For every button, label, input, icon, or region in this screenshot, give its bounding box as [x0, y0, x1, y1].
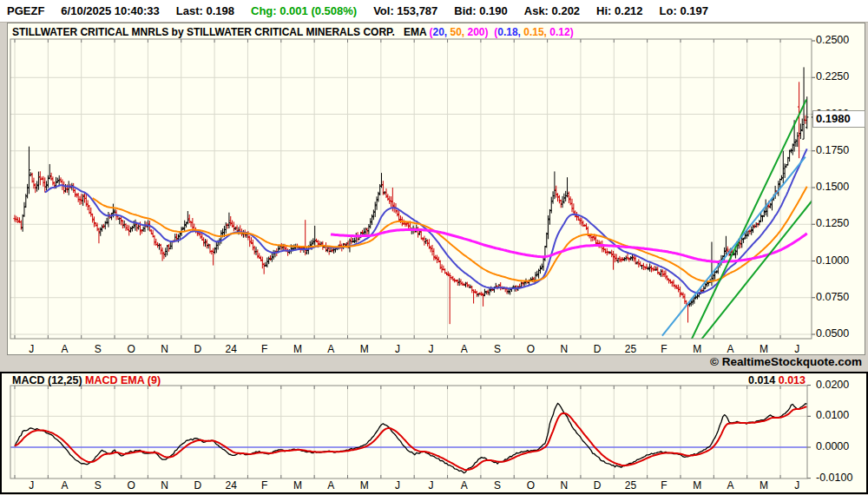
ema-legend: EMA (20, 50, 200) (0.18, 0.15, 0.12) [395, 26, 574, 38]
month-label-main: N [560, 343, 568, 355]
macd-axis-label: 0.0100 [816, 409, 849, 421]
macd-value: 0.014 [748, 374, 775, 386]
price-axis-label: 0.2500 [816, 34, 849, 46]
macd-ema-value: 0.013 [779, 374, 806, 386]
month-label-main: 24 [226, 343, 237, 355]
month-label-main: M [693, 343, 701, 355]
month-label-macd: 24 [226, 479, 237, 492]
legend-segment: 50 [450, 26, 461, 38]
watermark: © RealtimeStockquote.com [710, 355, 862, 368]
legend-segment: 200 [468, 26, 485, 38]
month-label-macd: J [29, 479, 34, 492]
month-label-macd: F [261, 479, 267, 492]
month-label-main: J [29, 343, 34, 355]
legend-segment: 0.18 [497, 26, 517, 38]
price-axis-label: 0.0750 [816, 291, 849, 303]
month-label-macd: N [161, 479, 168, 492]
chart-title-row: STILLWATER CRITICAL MNRLS by STILLWATER … [12, 26, 574, 38]
month-label-macd: A [62, 479, 69, 492]
macd-axis-label: 0.0000 [816, 440, 849, 452]
month-label-macd: 25 [625, 479, 636, 492]
month-label-macd: D [194, 479, 202, 492]
month-label-main: M [360, 343, 369, 355]
month-label-macd: M [293, 479, 302, 492]
month-label-main: M [760, 343, 768, 355]
month-label-macd: A [727, 479, 734, 492]
month-label-main: D [194, 343, 202, 355]
month-label-main: A [327, 343, 334, 355]
month-label-macd: S [494, 479, 501, 492]
legend-segment: 20 [432, 26, 444, 38]
month-label-main: J [395, 343, 400, 355]
month-label-main: J [794, 343, 799, 355]
month-label-macd: O [128, 479, 135, 492]
macd-label: MACD (12,25) [12, 374, 82, 386]
month-label-macd: M [360, 479, 369, 492]
price-axis-label: 0.1750 [816, 144, 849, 156]
legend-segment: ) [570, 26, 574, 38]
month-label-main: M [293, 343, 302, 355]
macd-values: 0.014 0.013 [748, 374, 806, 386]
month-label-main: F [661, 343, 667, 355]
legend-segment: 0.15 [523, 26, 543, 38]
last-price-box: 0.1980 [812, 110, 865, 128]
month-label-macd: A [327, 479, 334, 492]
month-label-main: A [727, 343, 734, 355]
month-label-main: 25 [625, 343, 636, 355]
macd-header: MACD (12,25) MACD EMA (9) [12, 374, 161, 386]
price-axis-label: 0.2250 [816, 70, 849, 82]
price-axis-label: 0.1250 [816, 217, 849, 229]
month-label-main: J [428, 343, 433, 355]
chart-canvas[interactable] [0, 0, 868, 495]
month-label-main: A [461, 343, 468, 355]
macd-axis-label: 0.0200 [816, 379, 849, 391]
legend-segment: EMA [395, 26, 430, 38]
legend-segment: 0.12 [549, 26, 569, 38]
month-label-main: S [494, 343, 501, 355]
month-label-macd: S [95, 479, 102, 492]
macd-axis-label: -0.0100 [816, 472, 852, 484]
month-label-macd: N [560, 479, 568, 492]
price-axis-label: 0.1000 [816, 254, 849, 267]
month-label-macd: F [661, 479, 667, 492]
security-name: STILLWATER CRITICAL MNRLS by STILLWATER … [12, 26, 395, 38]
month-label-main: F [261, 343, 267, 355]
macd-ema-label: MACD EMA (9) [85, 374, 161, 386]
month-label-main: O [128, 343, 135, 355]
month-label-macd: O [527, 479, 535, 492]
month-label-main: D [594, 343, 602, 355]
month-label-main: A [62, 343, 69, 355]
price-axis-label: 0.0500 [816, 327, 849, 340]
month-label-main: S [95, 343, 102, 355]
month-label-macd: J [794, 479, 799, 492]
month-label-macd: D [594, 479, 602, 492]
month-label-macd: M [693, 479, 701, 492]
month-label-macd: J [428, 479, 433, 492]
price-axis-label: 0.1500 [816, 181, 849, 193]
month-label-macd: M [760, 479, 768, 492]
month-label-macd: J [395, 479, 400, 492]
legend-segment: , [462, 26, 468, 38]
month-label-main: O [527, 343, 535, 355]
month-label-macd: A [461, 479, 468, 492]
month-label-main: N [161, 343, 168, 355]
